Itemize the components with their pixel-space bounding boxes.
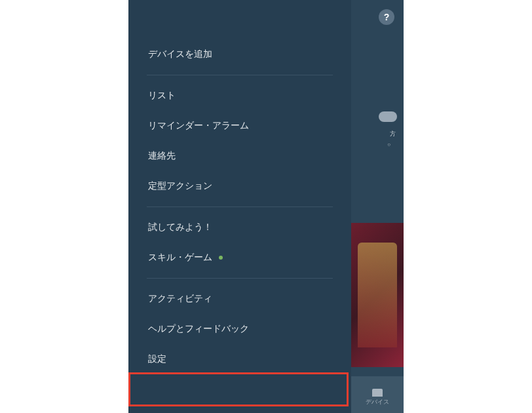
content-card-fragment [351,223,404,367]
menu-item-activity[interactable]: アクティビティ [128,284,351,314]
menu-item-settings[interactable]: 設定 [128,344,351,374]
menu-group-2: リスト リマインダー・アラーム 連絡先 定型アクション [128,81,351,201]
menu-item-help-feedback[interactable]: ヘルプとフィードバック [128,314,351,344]
devices-icon [370,384,385,397]
menu-item-contacts[interactable]: 連絡先 [128,141,351,171]
menu-item-try-it[interactable]: 試してみよう！ [128,212,351,243]
annotation-highlight [128,372,349,406]
menu-divider [147,278,333,279]
cloud-icon [379,111,397,122]
menu-item-label: 定型アクション [148,180,212,191]
menu-item-label: 連絡先 [148,150,176,161]
menu-group-3: 試してみよう！ スキル・ゲーム [128,212,351,273]
help-icon-label: ? [384,12,390,22]
menu-item-lists[interactable]: リスト [128,81,351,111]
menu-item-label: 試してみよう！ [148,222,212,232]
menu-item-reminders-alarms[interactable]: リマインダー・アラーム [128,111,351,141]
weather-text-fragment: 方 [390,130,396,138]
navigation-drawer: デバイスを追加 リスト リマインダー・アラーム 連絡先 定型アクション 試してみ… [128,0,351,413]
menu-group-1: デバイスを追加 [128,39,351,69]
menu-item-label: スキル・ゲーム [148,252,212,262]
menu-item-routines[interactable]: 定型アクション [128,171,351,201]
menu-item-label: アクティビティ [148,293,212,304]
menu-divider [147,75,333,75]
help-icon[interactable]: ? [379,9,394,25]
menu-item-label: デバイスを追加 [148,49,212,59]
menu-item-skills-games[interactable]: スキル・ゲーム [128,243,351,273]
indicator-dots: ○ [387,142,390,148]
nav-devices-label: デバイス [366,398,389,406]
menu-item-label: 設定 [148,353,166,364]
menu-divider [147,206,333,207]
menu-item-label: ヘルプとフィードバック [148,323,249,334]
menu-item-add-device[interactable]: デバイスを追加 [128,39,351,69]
background-panel: ? 方 ○ デバイス [351,0,404,413]
menu-item-label: リスト [148,90,176,100]
bottom-nav: デバイス [351,376,404,413]
nav-devices[interactable]: デバイス [366,384,389,406]
new-badge-icon [219,256,223,260]
phone-screen: ? 方 ○ デバイス デバイスを追加 リスト リマインダー・アラーム [128,0,404,413]
menu-group-4: アクティビティ ヘルプとフィードバック 設定 [128,284,351,374]
menu-item-label: リマインダー・アラーム [148,120,249,130]
